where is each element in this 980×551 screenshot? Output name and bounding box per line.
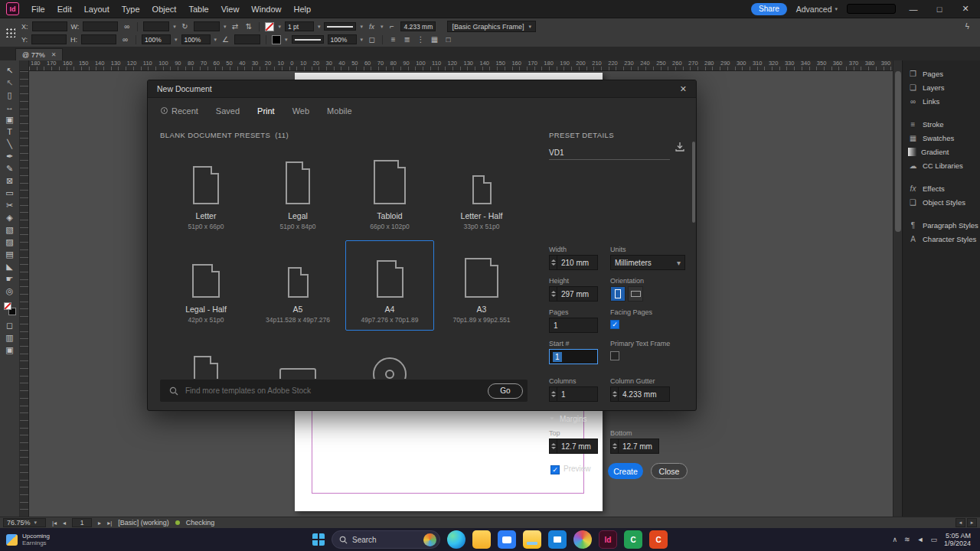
edge-icon[interactable] [447,530,466,549]
dialog-close-icon[interactable]: ✕ [680,84,687,94]
columns-field[interactable]: 1 [549,386,598,402]
save-preset-icon[interactable] [675,142,685,154]
fill-color-swatch[interactable] [272,35,281,44]
dialog-tab[interactable]: Mobile [327,106,351,116]
rectangle-tool[interactable]: ▭ [2,187,18,199]
chevron-down-icon[interactable]: ▾ [173,24,176,30]
preset-card[interactable] [253,334,342,379]
gradient-feather-tool[interactable]: ▨ [2,236,18,248]
advanced-dropdown[interactable]: Advanced ▾ [796,5,838,14]
distribute-icon[interactable]: ⋮ [416,35,426,44]
shear-angle-field[interactable] [234,34,260,44]
scroll-left-button[interactable]: ◂ [956,518,965,527]
effects-fx-icon[interactable]: fx [367,23,377,31]
menu-item[interactable]: View [215,0,246,18]
app-red-icon[interactable]: C [649,530,668,549]
scale-x-field[interactable]: 100% [142,34,171,44]
taskbar-clock[interactable]: 5:05 AM 1/9/2024 [944,532,971,547]
chevron-down-icon[interactable]: ▾ [361,37,364,43]
apply-color-control[interactable]: ▥ [2,331,18,344]
page-number-field[interactable]: 1 [72,518,92,527]
vertical-scrollbar[interactable] [893,60,902,517]
stroke-type-preview[interactable] [324,22,356,31]
app-search-field[interactable] [847,4,896,14]
document-tab[interactable]: @ 77% ✕ [15,48,63,60]
units-dropdown[interactable]: Millimeters ▾ [610,255,685,270]
close-button[interactable]: Close [651,463,688,479]
taskbar-search[interactable]: Search [332,530,440,549]
chevron-down-icon[interactable]: ▾ [278,24,281,30]
start-button[interactable] [312,533,325,546]
rotate-icon[interactable]: ↻ [180,22,190,31]
preset-card[interactable]: Tabloid 66p0 x 102p0 [345,147,434,237]
stroke-color-none-swatch[interactable] [265,22,274,31]
vertical-scrollbar-thumb[interactable] [895,71,901,232]
margin-bottom-field[interactable]: 12.7 mm [610,439,659,454]
scale-y-field[interactable]: 100% [181,34,211,44]
link-dimensions-icon[interactable]: ∞ [120,35,130,44]
page-tool[interactable]: ▯ [2,89,18,101]
menu-item[interactable]: Table [182,0,214,18]
chevron-down-icon[interactable]: ▾ [360,24,363,30]
panel-object-styles-button[interactable]: ❑Object Styles [903,195,980,209]
page-width-field[interactable]: 210 mm [549,255,598,270]
line-tool[interactable]: ╲ [2,138,18,150]
start-number-field[interactable]: 1 [549,349,598,364]
drop-shadow-icon[interactable]: ◻ [367,35,377,44]
document-name-field[interactable]: VD1 [549,146,670,160]
constrain-proportions-icon[interactable]: ∞ [122,22,132,31]
panel-paragraph-styles-button[interactable]: ¶Paragraph Styles [903,218,980,232]
zoom-tool[interactable]: ◎ [2,285,18,297]
menu-item[interactable]: Help [287,0,317,18]
go-button[interactable]: Go [488,383,523,399]
orientation-portrait-button[interactable] [610,286,626,302]
corner-options-icon[interactable]: ⌐ [387,22,397,31]
chat-icon[interactable] [498,530,516,549]
dialog-tab[interactable]: Recent [161,106,198,116]
menu-item[interactable]: Edit [51,0,78,18]
panel-effects-button[interactable]: fxEffects [903,181,980,195]
line-end-preview[interactable] [292,35,324,44]
stroke-weight-field[interactable]: 1 pt [285,21,314,31]
chevron-down-icon[interactable]: ▾ [318,24,321,30]
tab-close-icon[interactable]: ✕ [51,51,57,58]
content-collector-tool[interactable]: ▣ [2,113,18,126]
preset-card[interactable]: Legal 51p0 x 84p0 [253,147,342,237]
pencil-tool[interactable]: ✎ [2,162,18,174]
note-tool[interactable]: ▤ [2,248,18,260]
scale-x-percent-field[interactable] [143,21,169,31]
window-minimize-button[interactable]: — [905,5,922,14]
last-page-button[interactable]: ▸| [107,520,112,527]
fill-none-swatch[interactable] [4,302,11,310]
preset-card[interactable]: A3 70p1.89 x 99p2.551 [437,240,526,331]
pages-field[interactable]: 1 [549,318,598,333]
preset-card[interactable] [162,334,250,379]
align-center-icon[interactable]: ≣ [402,35,412,44]
columns-stepper[interactable] [550,387,557,401]
preset-card[interactable]: Letter - Half 33p0 x 51p0 [437,147,526,237]
rectangle-frame-tool[interactable]: ⊠ [2,174,18,187]
gpu-performance-icon[interactable]: ϟ [962,22,972,31]
indesign-app-icon[interactable]: Id [6,2,19,15]
margins-section-header[interactable]: ▼ Margins [549,415,587,423]
margin-top-field[interactable]: 12.7 mm [549,439,598,454]
previous-page-button[interactable]: ◂ [63,520,66,527]
free-transform-tool[interactable]: ◈ [2,211,18,223]
preset-card[interactable]: A5 34p11.528 x 49p7.276 [253,240,342,331]
pen-tool[interactable]: ✒ [2,150,18,162]
dialog-title-bar[interactable]: New Document ✕ [148,80,696,98]
menu-item[interactable]: File [25,0,51,18]
preset-card[interactable]: Legal - Half 42p0 x 51p0 [162,240,250,331]
y-position-field[interactable] [31,34,67,44]
eyedropper-tool[interactable]: ◣ [2,260,18,272]
tray-battery-icon[interactable]: ▭ [930,536,937,543]
shear-icon[interactable]: ∠ [220,35,230,44]
window-close-button[interactable]: ✕ [957,4,974,14]
window-maximize-button[interactable]: □ [931,5,948,14]
preview-checkbox[interactable] [550,465,560,474]
dialog-tab[interactable]: Print [257,106,275,116]
height-stepper[interactable] [550,287,557,301]
width-stepper[interactable] [550,256,557,269]
screen-mode-button[interactable]: ▣ [2,344,18,356]
formatting-affects-container-toggle[interactable]: ◻ [2,319,18,331]
